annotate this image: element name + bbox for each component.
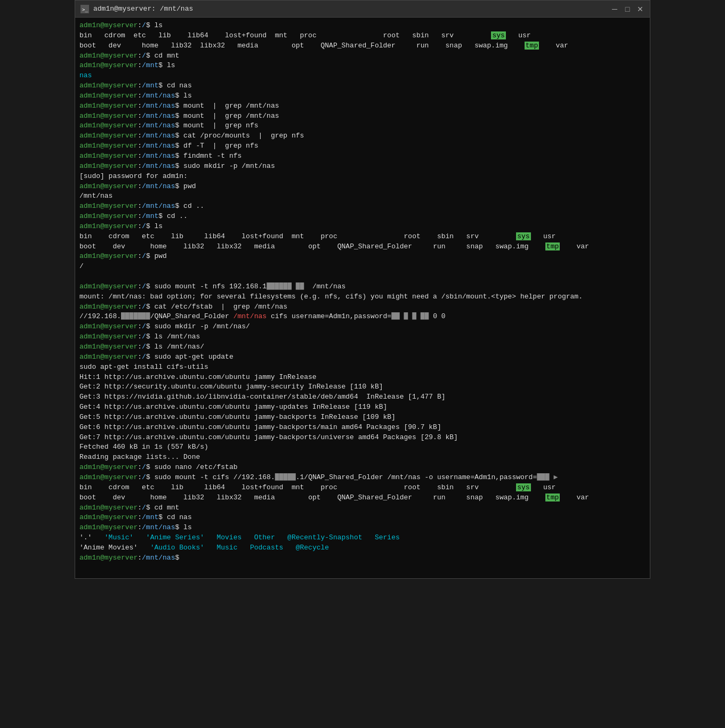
terminal-line: adm1n@myserver:/$ sudo nano /etc/fstab — [79, 463, 646, 473]
terminal-line: '.' 'Music' 'Anime Series' Movies Other … — [79, 533, 646, 543]
terminal-line: adm1n@myserver:/mnt/nas$ mount | grep /m… — [79, 101, 646, 111]
terminal-line: Hit:1 http://us.archive.ubuntu.com/ubunt… — [79, 373, 646, 383]
terminal-line: adm1n@myserver:/mnt/nas$ ls — [79, 523, 646, 533]
terminal-line: / — [79, 262, 646, 272]
window-title: adm1n@myserver: /mnt/nas — [93, 5, 193, 13]
terminal-line: adm1n@myserver:/$ cd mnt — [79, 503, 646, 513]
titlebar: >_ adm1n@myserver: /mnt/nas ─ □ ✕ — [75, 1, 650, 18]
terminal-line: adm1n@myserver:/$ ls /mnt/nas/ — [79, 342, 646, 352]
titlebar-left: >_ adm1n@myserver: /mnt/nas — [80, 5, 193, 13]
terminal-line: //192.168.███████/QNAP_Shared_Folder /mn… — [79, 312, 646, 322]
terminal-line: adm1n@myserver:/mnt/nas$ mount | grep nf… — [79, 121, 646, 131]
terminal-line: /mnt/nas — [79, 191, 646, 201]
terminal-line: Get:6 http://us.archive.ubuntu.com/ubunt… — [79, 423, 646, 433]
terminal-line: adm1n@myserver:/mnt$ cd nas — [79, 81, 646, 91]
terminal-line: adm1n@myserver:/$ ls /mnt/nas — [79, 332, 646, 342]
terminal-line: adm1n@myserver:/$ sudo apt-get update — [79, 352, 646, 362]
terminal-line: boot dev home lib32 libx32 media opt QNA… — [79, 242, 646, 252]
terminal-line: Get:3 https://nvidia.github.io/libnvidia… — [79, 392, 646, 402]
terminal-line: mount: /mnt/nas: bad option; for several… — [79, 292, 646, 302]
terminal-line: Get:5 http://us.archive.ubuntu.com/ubunt… — [79, 412, 646, 423]
terminal-line: adm1n@myserver:/mnt/nas$ cat /proc/mount… — [79, 131, 646, 141]
terminal-line: adm1n@myserver:/mnt/nas$ cd .. — [79, 201, 646, 212]
terminal-line: adm1n@myserver:/mnt$ cd .. — [79, 212, 646, 222]
terminal-line: adm1n@myserver:/$ cat /etc/fstab | grep … — [79, 302, 646, 312]
terminal-line: adm1n@myserver:/$ sudo mount -t nfs 192.… — [79, 282, 646, 292]
terminal-window: >_ adm1n@myserver: /mnt/nas ─ □ ✕ adm1n@… — [75, 0, 650, 579]
terminal-line: adm1n@myserver:/mnt/nas$ df -T | grep nf… — [79, 141, 646, 151]
terminal-icon: >_ — [80, 5, 89, 13]
terminal-line — [79, 272, 646, 282]
terminal-line: adm1n@myserver:/$ ls — [79, 21, 646, 31]
terminal-line: [sudo] password for adm1n: — [79, 172, 646, 182]
terminal-line: Get:7 http://us.archive.ubuntu.com/ubunt… — [79, 433, 646, 443]
terminal-line: adm1n@myserver:/$ ls — [79, 222, 646, 232]
terminal-line: Get:2 http://security.ubuntu.com/ubuntu … — [79, 382, 646, 392]
terminal-line: Reading package lists... Done — [79, 452, 646, 463]
maximize-button[interactable]: □ — [623, 5, 632, 13]
terminal-line: nas — [79, 71, 646, 81]
terminal-line: 'Anime Movies' 'Audio Books' Music Podca… — [79, 543, 646, 553]
terminal-line: adm1n@myserver:/mnt/nas$ pwd — [79, 182, 646, 192]
terminal-line: adm1n@myserver:/$ sudo mkdir -p /mnt/nas… — [79, 322, 646, 332]
minimize-button[interactable]: ─ — [610, 5, 619, 13]
terminal-line: adm1n@myserver:/mnt$ cd nas — [79, 513, 646, 523]
terminal-line: boot dev home lib32 libx32 media opt QNA… — [79, 41, 646, 51]
terminal-line: sudo apt-get install cifs-utils — [79, 362, 646, 373]
terminal-line: adm1n@myserver:/mnt/nas$ — [79, 553, 646, 563]
terminal-body[interactable]: adm1n@myserver:/$ ls bin cdrom etc lib l… — [75, 18, 650, 578]
svg-text:>_: >_ — [82, 7, 88, 12]
terminal-line: adm1n@myserver:/mnt/nas$ sudo mkdir -p /… — [79, 161, 646, 172]
terminal-line: adm1n@myserver:/$ cd mnt — [79, 51, 646, 61]
terminal-line: Fetched 460 kB in 1s (557 kB/s) — [79, 442, 646, 452]
close-button[interactable]: ✕ — [636, 5, 645, 13]
terminal-line: adm1n@myserver:/mnt$ ls — [79, 61, 646, 71]
terminal-line: Get:4 http://us.archive.ubuntu.com/ubunt… — [79, 402, 646, 412]
terminal-line: boot dev home lib32 libx32 media opt QNA… — [79, 493, 646, 503]
terminal-line: adm1n@myserver:/mnt/nas$ findmnt -t nfs — [79, 151, 646, 161]
terminal-line: bin cdrom etc lib lib64 lost+found mnt p… — [79, 232, 646, 242]
terminal-line: adm1n@myserver:/$ sudo mount -t cifs //1… — [79, 473, 646, 483]
terminal-line: adm1n@myserver:/mnt/nas$ ls — [79, 91, 646, 101]
terminal-line: bin cdrom etc lib lib64 lost+found mnt p… — [79, 31, 646, 41]
terminal-line: adm1n@myserver:/mnt/nas$ mount | grep /m… — [79, 111, 646, 122]
terminal-line: bin cdrom etc lib lib64 lost+found mnt p… — [79, 483, 646, 493]
titlebar-controls: ─ □ ✕ — [610, 5, 645, 13]
terminal-line: adm1n@myserver:/$ pwd — [79, 252, 646, 262]
